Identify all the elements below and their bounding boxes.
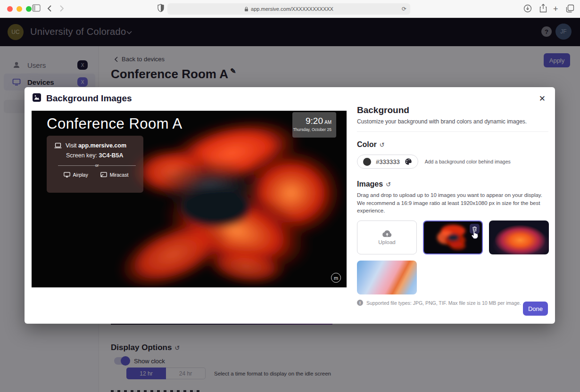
done-button[interactable]: Done [523,302,548,316]
color-hint: Add a background color behind images [425,159,511,164]
window-close-button[interactable] [7,6,13,12]
url-text: app.mersive.com/XXXXXXXXXXXX [251,6,333,12]
modal-title: Background Images [46,93,132,104]
thumbnail-betta-fish-selected[interactable] [423,220,483,254]
background-section-subtitle: Customize your background with brand col… [357,118,548,125]
airplay-option: Airplay [64,172,88,178]
miracast-icon [100,172,107,178]
screen: app.mersive.com/XXXXXXXXXXXX ⟳ + UC Univ… [0,0,580,392]
tab-overview-icon[interactable] [566,4,574,15]
background-section-title: Background [357,105,548,115]
visit-url: app.mersive.com [78,142,126,149]
airplay-icon [64,172,70,178]
preview-clock: 9:20AM Thursday, October 25 [292,112,336,138]
preview-date: Thursday, October 25 [292,127,331,132]
window-zoom-button[interactable] [26,6,32,12]
back-icon[interactable] [47,5,52,14]
connection-instructions-card: Visit app.mersive.com Screen key: 3C4-B5… [47,136,143,193]
thumbnail-pastel-abstract[interactable] [357,261,417,294]
browser-chrome: app.mersive.com/XXXXXXXXXXXX ⟳ + [0,0,580,18]
screen-key: 3C4-B5A [99,152,124,159]
reset-icon[interactable]: ↺ [386,181,391,188]
reset-icon[interactable]: ↺ [380,141,385,148]
hand-cursor-icon [471,229,479,241]
close-icon[interactable]: ✕ [539,94,546,104]
mersive-logo-icon: m [331,273,341,283]
cloud-upload-icon [382,230,392,237]
color-swatch [363,158,371,166]
or-label: or [92,163,102,168]
miracast-option: Miracast [100,172,129,178]
images-description: Drag and drop to upload up to 10 images … [357,191,548,215]
address-bar[interactable]: app.mersive.com/XXXXXXXXXXXX ⟳ [167,3,410,15]
new-tab-icon[interactable]: + [553,4,558,14]
window-minimize-button[interactable] [17,6,22,12]
color-input[interactable]: #333333 [357,155,418,169]
color-section-title: Color↺ [357,140,548,149]
color-hex-value: #333333 [376,158,400,165]
info-icon: ! [357,300,363,306]
share-icon[interactable] [539,4,547,15]
upload-tile[interactable]: Upload [357,220,417,254]
background-settings-panel: Background Customize your background wit… [357,105,548,306]
sidebar-toggle-icon[interactable] [32,4,41,14]
refresh-icon[interactable]: ⟳ [402,6,406,12]
laptop-icon [54,143,62,148]
preview-room-name: Conference Room A [47,115,182,132]
privacy-shield-icon[interactable] [157,4,164,14]
display-preview: Conference Room A 9:20AM Thursday, Octob… [32,111,347,287]
upload-label: Upload [378,239,395,245]
image-icon [32,93,41,104]
file-types-note: Supported file types: JPG, PNG, TIF. Max… [366,300,521,306]
background-images-modal: Background Images ✕ [25,87,555,324]
downloads-icon[interactable] [523,4,532,15]
palette-icon[interactable] [405,158,412,165]
lock-icon [244,7,249,12]
preview-meridiem: AM [324,120,331,125]
preview-time: 9:20 [306,116,323,126]
thumbnail-orange-anemone[interactable] [489,220,549,254]
forward-icon[interactable] [59,5,64,14]
images-section-title: Images↺ [357,180,548,188]
